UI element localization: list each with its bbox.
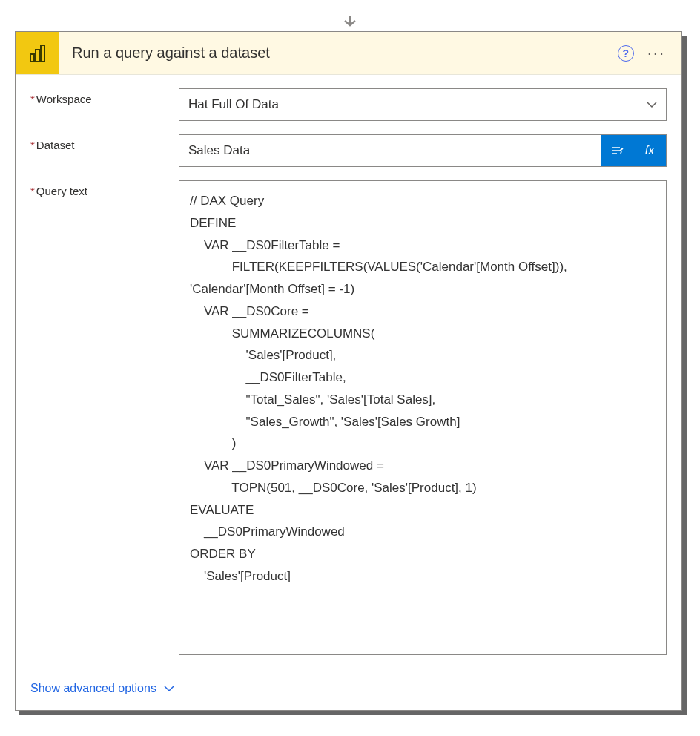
query-label: *Query text — [30, 180, 179, 197]
powerbi-icon — [16, 32, 59, 74]
dynamic-content-icon[interactable] — [601, 135, 633, 166]
card-header: Run a query against a dataset ? ··· — [16, 32, 681, 75]
workspace-select[interactable]: Hat Full Of Data — [179, 88, 667, 121]
help-icon[interactable]: ? — [618, 45, 634, 62]
expression-fx-icon[interactable]: fx — [633, 135, 666, 166]
chevron-down-icon — [164, 685, 174, 692]
dataset-input-wrap: fx — [179, 134, 667, 167]
svg-rect-1 — [36, 50, 39, 62]
dataset-label: *Dataset — [30, 134, 179, 151]
flow-arrow-indicator — [15, 15, 685, 28]
action-card: Run a query against a dataset ? ··· *Wor… — [15, 31, 682, 711]
workspace-label: *Workspace — [30, 88, 179, 105]
card-title: Run a query against a dataset — [59, 32, 618, 74]
workspace-value: Hat Full Of Data — [188, 97, 279, 112]
show-advanced-link[interactable]: Show advanced options — [30, 682, 174, 695]
svg-rect-0 — [30, 54, 34, 62]
dataset-input[interactable] — [179, 135, 601, 166]
query-text-input[interactable]: // DAX Query DEFINE VAR __DS0FilterTable… — [179, 180, 667, 655]
chevron-down-icon — [647, 97, 657, 112]
card-body: *Workspace Hat Full Of Data *Dataset — [16, 75, 681, 710]
more-menu-icon[interactable]: ··· — [647, 45, 665, 62]
svg-rect-2 — [41, 45, 44, 62]
